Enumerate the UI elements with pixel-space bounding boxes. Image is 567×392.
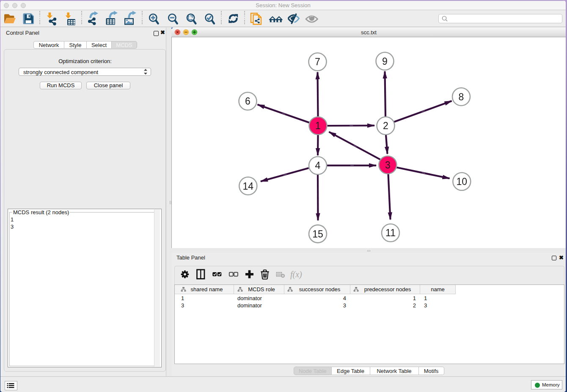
svg-text:15: 15 — [312, 229, 323, 240]
svg-text:14: 14 — [243, 181, 254, 192]
svg-text:f(x): f(x) — [290, 270, 302, 279]
svg-text:11: 11 — [385, 227, 396, 238]
svg-text:7: 7 — [315, 56, 320, 67]
svg-text:3: 3 — [385, 160, 391, 171]
svg-text:6: 6 — [245, 96, 250, 107]
svg-text:1: 1 — [315, 120, 321, 131]
svg-text:10: 10 — [457, 176, 468, 187]
svg-text:4: 4 — [315, 160, 321, 171]
svg-text:8: 8 — [459, 91, 464, 102]
svg-text:2: 2 — [383, 120, 388, 131]
svg-text:9: 9 — [382, 56, 388, 67]
